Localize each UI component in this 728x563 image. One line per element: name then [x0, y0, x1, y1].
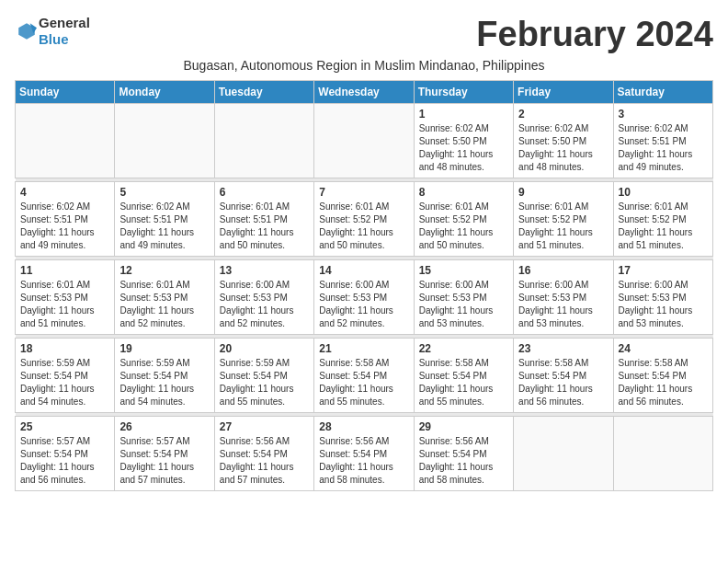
calendar-header-row: SundayMondayTuesdayWednesdayThursdayFrid…	[16, 81, 713, 104]
calendar-cell: 19Sunrise: 5:59 AM Sunset: 5:54 PM Dayli…	[115, 339, 214, 413]
day-number: 28	[319, 420, 408, 433]
day-info: Sunrise: 6:00 AM Sunset: 5:53 PM Dayligh…	[619, 279, 708, 330]
day-number: 7	[319, 186, 408, 199]
calendar-cell: 13Sunrise: 6:00 AM Sunset: 5:53 PM Dayli…	[214, 260, 313, 335]
header-thursday: Thursday	[414, 81, 513, 104]
day-info: Sunrise: 6:01 AM Sunset: 5:53 PM Dayligh…	[119, 279, 209, 330]
day-number: 13	[220, 264, 309, 277]
day-number: 18	[20, 342, 109, 355]
calendar-cell: 8Sunrise: 6:01 AM Sunset: 5:52 PM Daylig…	[414, 182, 513, 257]
day-info: Sunrise: 6:02 AM Sunset: 5:51 PM Dayligh…	[119, 201, 209, 252]
calendar-week-3: 11Sunrise: 6:01 AM Sunset: 5:53 PM Dayli…	[16, 260, 713, 335]
day-info: Sunrise: 5:56 AM Sunset: 5:54 PM Dayligh…	[419, 435, 508, 487]
calendar-table: SundayMondayTuesdayWednesdayThursdayFrid…	[15, 80, 713, 491]
header-friday: Friday	[514, 81, 613, 104]
day-number: 25	[20, 420, 109, 433]
day-info: Sunrise: 5:58 AM Sunset: 5:54 PM Dayligh…	[419, 357, 508, 408]
day-number: 2	[518, 108, 608, 121]
day-number: 20	[220, 342, 309, 355]
day-number: 3	[619, 108, 708, 121]
calendar-cell	[16, 104, 115, 178]
calendar-cell: 6Sunrise: 6:01 AM Sunset: 5:51 PM Daylig…	[214, 182, 313, 257]
day-info: Sunrise: 6:01 AM Sunset: 5:52 PM Dayligh…	[619, 201, 708, 252]
day-info: Sunrise: 6:01 AM Sunset: 5:53 PM Dayligh…	[20, 279, 109, 330]
calendar-cell: 17Sunrise: 6:00 AM Sunset: 5:53 PM Dayli…	[613, 260, 712, 335]
day-number: 4	[20, 186, 109, 199]
calendar-cell: 5Sunrise: 6:02 AM Sunset: 5:51 PM Daylig…	[115, 182, 214, 257]
day-info: Sunrise: 6:01 AM Sunset: 5:52 PM Dayligh…	[518, 201, 608, 252]
calendar-cell	[613, 417, 712, 491]
calendar-cell: 10Sunrise: 6:01 AM Sunset: 5:52 PM Dayli…	[613, 182, 712, 257]
calendar-cell: 9Sunrise: 6:01 AM Sunset: 5:52 PM Daylig…	[514, 182, 613, 257]
calendar-cell: 14Sunrise: 6:00 AM Sunset: 5:53 PM Dayli…	[314, 260, 414, 335]
day-number: 11	[20, 264, 109, 277]
calendar-cell	[115, 104, 214, 178]
logo: General Blue	[15, 15, 90, 48]
day-number: 9	[518, 186, 608, 199]
calendar-week-2: 4Sunrise: 6:02 AM Sunset: 5:51 PM Daylig…	[16, 182, 713, 257]
day-number: 16	[518, 264, 608, 277]
day-number: 21	[319, 342, 408, 355]
day-info: Sunrise: 5:57 AM Sunset: 5:54 PM Dayligh…	[20, 435, 109, 487]
day-info: Sunrise: 6:02 AM Sunset: 5:50 PM Dayligh…	[518, 122, 608, 174]
day-number: 17	[619, 264, 708, 277]
day-info: Sunrise: 5:59 AM Sunset: 5:54 PM Dayligh…	[20, 357, 109, 408]
header-sunday: Sunday	[16, 81, 115, 104]
day-info: Sunrise: 5:56 AM Sunset: 5:54 PM Dayligh…	[220, 435, 309, 487]
day-number: 12	[119, 264, 209, 277]
day-info: Sunrise: 5:56 AM Sunset: 5:54 PM Dayligh…	[319, 435, 408, 487]
day-number: 15	[419, 264, 508, 277]
day-number: 22	[419, 342, 508, 355]
day-info: Sunrise: 5:57 AM Sunset: 5:54 PM Dayligh…	[119, 435, 209, 487]
header-tuesday: Tuesday	[214, 81, 313, 104]
calendar-subtitle: Bugasan, Autonomous Region in Muslim Min…	[15, 58, 713, 73]
day-number: 23	[518, 342, 608, 355]
logo-general: General	[39, 15, 90, 30]
day-info: Sunrise: 5:58 AM Sunset: 5:54 PM Dayligh…	[518, 357, 608, 408]
day-info: Sunrise: 6:00 AM Sunset: 5:53 PM Dayligh…	[220, 279, 309, 330]
calendar-cell: 12Sunrise: 6:01 AM Sunset: 5:53 PM Dayli…	[115, 260, 214, 335]
calendar-cell: 25Sunrise: 5:57 AM Sunset: 5:54 PM Dayli…	[16, 417, 115, 491]
calendar-cell	[314, 104, 414, 178]
calendar-cell: 16Sunrise: 6:00 AM Sunset: 5:53 PM Dayli…	[514, 260, 613, 335]
calendar-cell: 18Sunrise: 5:59 AM Sunset: 5:54 PM Dayli…	[16, 339, 115, 413]
calendar-cell: 3Sunrise: 6:02 AM Sunset: 5:51 PM Daylig…	[613, 104, 712, 178]
day-info: Sunrise: 5:59 AM Sunset: 5:54 PM Dayligh…	[220, 357, 309, 408]
logo-blue: Blue	[39, 31, 69, 47]
day-info: Sunrise: 6:02 AM Sunset: 5:50 PM Dayligh…	[419, 122, 508, 174]
day-number: 8	[419, 186, 508, 199]
calendar-cell: 22Sunrise: 5:58 AM Sunset: 5:54 PM Dayli…	[414, 339, 513, 413]
calendar-cell: 2Sunrise: 6:02 AM Sunset: 5:50 PM Daylig…	[514, 104, 613, 178]
month-title: February 2024	[476, 15, 713, 54]
day-number: 24	[619, 342, 708, 355]
calendar-cell: 23Sunrise: 5:58 AM Sunset: 5:54 PM Dayli…	[514, 339, 613, 413]
calendar-cell: 7Sunrise: 6:01 AM Sunset: 5:52 PM Daylig…	[314, 182, 414, 257]
day-info: Sunrise: 6:00 AM Sunset: 5:53 PM Dayligh…	[518, 279, 608, 330]
day-number: 26	[119, 420, 209, 433]
day-info: Sunrise: 6:02 AM Sunset: 5:51 PM Dayligh…	[619, 122, 708, 174]
logo-icon	[17, 21, 37, 41]
calendar-cell	[514, 417, 613, 491]
calendar-cell: 21Sunrise: 5:58 AM Sunset: 5:54 PM Dayli…	[314, 339, 414, 413]
calendar-cell: 28Sunrise: 5:56 AM Sunset: 5:54 PM Dayli…	[314, 417, 414, 491]
calendar-cell: 29Sunrise: 5:56 AM Sunset: 5:54 PM Dayli…	[414, 417, 513, 491]
day-number: 10	[619, 186, 708, 199]
header-saturday: Saturday	[613, 81, 712, 104]
calendar-week-4: 18Sunrise: 5:59 AM Sunset: 5:54 PM Dayli…	[16, 339, 713, 413]
calendar-cell: 4Sunrise: 6:02 AM Sunset: 5:51 PM Daylig…	[16, 182, 115, 257]
day-info: Sunrise: 6:00 AM Sunset: 5:53 PM Dayligh…	[419, 279, 508, 330]
day-number: 19	[119, 342, 209, 355]
day-number: 29	[419, 420, 508, 433]
day-info: Sunrise: 6:02 AM Sunset: 5:51 PM Dayligh…	[20, 201, 109, 252]
day-number: 27	[220, 420, 309, 433]
day-number: 1	[419, 108, 508, 121]
calendar-cell: 27Sunrise: 5:56 AM Sunset: 5:54 PM Dayli…	[214, 417, 313, 491]
calendar-cell: 15Sunrise: 6:00 AM Sunset: 5:53 PM Dayli…	[414, 260, 513, 335]
calendar-cell: 26Sunrise: 5:57 AM Sunset: 5:54 PM Dayli…	[115, 417, 214, 491]
header-wednesday: Wednesday	[314, 81, 414, 104]
day-info: Sunrise: 6:01 AM Sunset: 5:52 PM Dayligh…	[319, 201, 408, 252]
day-info: Sunrise: 6:01 AM Sunset: 5:52 PM Dayligh…	[419, 201, 508, 252]
calendar-cell: 11Sunrise: 6:01 AM Sunset: 5:53 PM Dayli…	[16, 260, 115, 335]
header-monday: Monday	[115, 81, 214, 104]
day-info: Sunrise: 5:58 AM Sunset: 5:54 PM Dayligh…	[619, 357, 708, 408]
